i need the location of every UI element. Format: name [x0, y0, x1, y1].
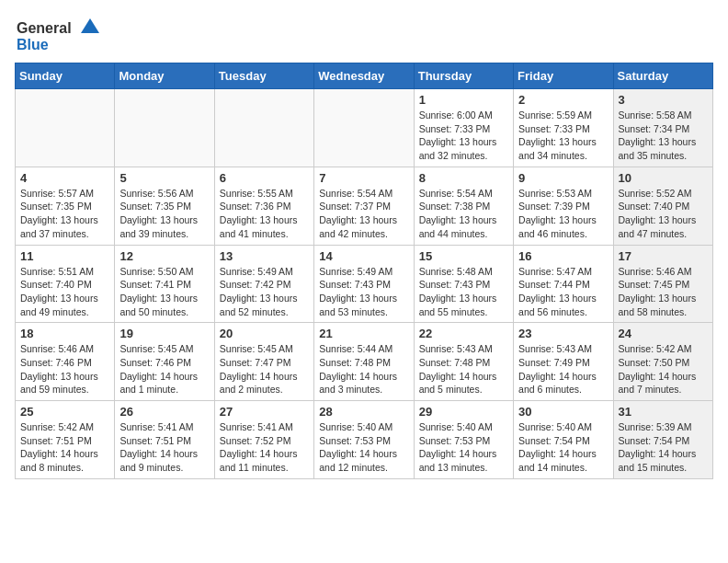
calendar-cell: 23Sunrise: 5:43 AMSunset: 7:49 PMDayligh… [514, 323, 613, 401]
calendar-cell [214, 89, 313, 167]
day-info: Sunrise: 5:54 AMSunset: 7:38 PMDaylight:… [419, 187, 508, 241]
day-number: 12 [119, 249, 209, 263]
day-number: 18 [20, 327, 109, 340]
calendar-cell: 8Sunrise: 5:54 AMSunset: 7:38 PMDaylight… [414, 167, 513, 245]
day-number: 29 [419, 405, 508, 419]
day-number: 20 [220, 327, 309, 340]
day-info: Sunrise: 5:53 AMSunset: 7:39 PMDaylight:… [518, 187, 608, 241]
calendar-cell: 27Sunrise: 5:41 AMSunset: 7:52 PMDayligh… [214, 401, 313, 479]
day-info: Sunrise: 5:46 AMSunset: 7:46 PMDaylight:… [20, 342, 109, 396]
logo-svg: General Blue [15, 15, 116, 55]
svg-marker-1 [81, 18, 99, 33]
day-number: 10 [619, 171, 708, 185]
calendar-cell: 16Sunrise: 5:47 AMSunset: 7:44 PMDayligh… [514, 245, 613, 323]
calendar-cell: 7Sunrise: 5:54 AMSunset: 7:37 PMDaylight… [314, 167, 414, 245]
calendar-cell [115, 89, 214, 167]
calendar-week-5: 25Sunrise: 5:42 AMSunset: 7:51 PMDayligh… [16, 401, 713, 479]
calendar-week-4: 18Sunrise: 5:46 AMSunset: 7:46 PMDayligh… [16, 323, 713, 401]
day-number: 27 [220, 405, 309, 419]
svg-text:Blue: Blue [17, 37, 49, 52]
day-info: Sunrise: 5:59 AMSunset: 7:33 PMDaylight:… [518, 109, 608, 163]
day-info: Sunrise: 5:52 AMSunset: 7:40 PMDaylight:… [619, 187, 708, 241]
calendar-cell: 22Sunrise: 5:43 AMSunset: 7:48 PMDayligh… [414, 323, 513, 401]
day-number: 16 [518, 249, 608, 263]
day-info: Sunrise: 5:56 AMSunset: 7:35 PMDaylight:… [119, 187, 209, 241]
svg-text:General: General [17, 20, 72, 36]
calendar-cell: 12Sunrise: 5:50 AMSunset: 7:41 PMDayligh… [115, 245, 214, 323]
day-info: Sunrise: 5:49 AMSunset: 7:42 PMDaylight:… [220, 265, 309, 319]
day-info: Sunrise: 5:43 AMSunset: 7:49 PMDaylight:… [518, 342, 608, 396]
day-number: 19 [119, 327, 209, 340]
calendar-week-3: 11Sunrise: 5:51 AMSunset: 7:40 PMDayligh… [16, 245, 713, 323]
calendar-week-2: 4Sunrise: 5:57 AMSunset: 7:35 PMDaylight… [16, 167, 713, 245]
day-info: Sunrise: 5:54 AMSunset: 7:37 PMDaylight:… [319, 187, 408, 241]
day-number: 8 [419, 171, 508, 185]
calendar-cell: 9Sunrise: 5:53 AMSunset: 7:39 PMDaylight… [514, 167, 613, 245]
day-info: Sunrise: 5:41 AMSunset: 7:52 PMDaylight:… [220, 420, 309, 475]
day-info: Sunrise: 5:42 AMSunset: 7:51 PMDaylight:… [20, 420, 109, 475]
calendar-cell [16, 89, 115, 167]
weekday-header-sunday: Sunday [16, 63, 115, 89]
day-number: 14 [319, 249, 408, 263]
calendar-cell: 26Sunrise: 5:41 AMSunset: 7:51 PMDayligh… [115, 401, 214, 479]
day-number: 7 [319, 171, 408, 185]
calendar-cell [314, 89, 414, 167]
day-info: Sunrise: 5:39 AMSunset: 7:54 PMDaylight:… [619, 420, 708, 475]
day-info: Sunrise: 5:43 AMSunset: 7:48 PMDaylight:… [419, 342, 508, 396]
day-info: Sunrise: 5:45 AMSunset: 7:47 PMDaylight:… [220, 342, 309, 396]
page-header: General Blue [15, 15, 713, 55]
day-info: Sunrise: 5:57 AMSunset: 7:35 PMDaylight:… [20, 187, 109, 241]
logo: General Blue [15, 15, 116, 55]
weekday-header-thursday: Thursday [414, 63, 513, 89]
calendar-cell: 20Sunrise: 5:45 AMSunset: 7:47 PMDayligh… [214, 323, 313, 401]
day-info: Sunrise: 5:55 AMSunset: 7:36 PMDaylight:… [220, 187, 309, 241]
weekday-header-friday: Friday [514, 63, 613, 89]
calendar-header-row: SundayMondayTuesdayWednesdayThursdayFrid… [16, 63, 713, 89]
day-number: 17 [619, 249, 708, 263]
day-info: Sunrise: 5:44 AMSunset: 7:48 PMDaylight:… [319, 342, 408, 396]
calendar-cell: 11Sunrise: 5:51 AMSunset: 7:40 PMDayligh… [16, 245, 115, 323]
day-number: 31 [619, 405, 708, 419]
weekday-header-wednesday: Wednesday [314, 63, 414, 89]
calendar-cell: 19Sunrise: 5:45 AMSunset: 7:46 PMDayligh… [115, 323, 214, 401]
day-number: 6 [220, 171, 309, 185]
calendar-cell: 6Sunrise: 5:55 AMSunset: 7:36 PMDaylight… [214, 167, 313, 245]
calendar-cell: 2Sunrise: 5:59 AMSunset: 7:33 PMDaylight… [514, 89, 613, 167]
calendar-cell: 13Sunrise: 5:49 AMSunset: 7:42 PMDayligh… [214, 245, 313, 323]
day-number: 2 [518, 93, 608, 107]
day-info: Sunrise: 5:46 AMSunset: 7:45 PMDaylight:… [619, 265, 708, 319]
calendar-cell: 18Sunrise: 5:46 AMSunset: 7:46 PMDayligh… [16, 323, 115, 401]
day-number: 25 [20, 405, 109, 419]
calendar-cell: 28Sunrise: 5:40 AMSunset: 7:53 PMDayligh… [314, 401, 414, 479]
calendar-cell: 10Sunrise: 5:52 AMSunset: 7:40 PMDayligh… [613, 167, 712, 245]
day-info: Sunrise: 5:48 AMSunset: 7:43 PMDaylight:… [419, 265, 508, 319]
calendar-cell: 1Sunrise: 6:00 AMSunset: 7:33 PMDaylight… [414, 89, 513, 167]
day-number: 13 [220, 249, 309, 263]
day-info: Sunrise: 5:45 AMSunset: 7:46 PMDaylight:… [119, 342, 209, 396]
day-info: Sunrise: 6:00 AMSunset: 7:33 PMDaylight:… [419, 109, 508, 163]
calendar-cell: 17Sunrise: 5:46 AMSunset: 7:45 PMDayligh… [613, 245, 712, 323]
calendar-cell: 29Sunrise: 5:40 AMSunset: 7:53 PMDayligh… [414, 401, 513, 479]
calendar-cell: 5Sunrise: 5:56 AMSunset: 7:35 PMDaylight… [115, 167, 214, 245]
calendar-table: SundayMondayTuesdayWednesdayThursdayFrid… [15, 63, 713, 479]
weekday-header-saturday: Saturday [613, 63, 712, 89]
calendar-cell: 14Sunrise: 5:49 AMSunset: 7:43 PMDayligh… [314, 245, 414, 323]
day-number: 24 [619, 327, 708, 340]
calendar-cell: 30Sunrise: 5:40 AMSunset: 7:54 PMDayligh… [514, 401, 613, 479]
calendar-cell: 4Sunrise: 5:57 AMSunset: 7:35 PMDaylight… [16, 167, 115, 245]
day-info: Sunrise: 5:49 AMSunset: 7:43 PMDaylight:… [319, 265, 408, 319]
calendar-cell: 24Sunrise: 5:42 AMSunset: 7:50 PMDayligh… [613, 323, 712, 401]
day-number: 1 [419, 93, 508, 107]
day-info: Sunrise: 5:40 AMSunset: 7:54 PMDaylight:… [518, 420, 608, 475]
day-info: Sunrise: 5:40 AMSunset: 7:53 PMDaylight:… [319, 420, 408, 475]
day-info: Sunrise: 5:41 AMSunset: 7:51 PMDaylight:… [119, 420, 209, 475]
day-info: Sunrise: 5:42 AMSunset: 7:50 PMDaylight:… [619, 342, 708, 396]
day-info: Sunrise: 5:58 AMSunset: 7:34 PMDaylight:… [619, 109, 708, 163]
day-number: 3 [619, 93, 708, 107]
day-number: 28 [319, 405, 408, 419]
day-number: 15 [419, 249, 508, 263]
day-number: 4 [20, 171, 109, 185]
calendar-cell: 31Sunrise: 5:39 AMSunset: 7:54 PMDayligh… [613, 401, 712, 479]
calendar-cell: 25Sunrise: 5:42 AMSunset: 7:51 PMDayligh… [16, 401, 115, 479]
weekday-header-monday: Monday [115, 63, 214, 89]
